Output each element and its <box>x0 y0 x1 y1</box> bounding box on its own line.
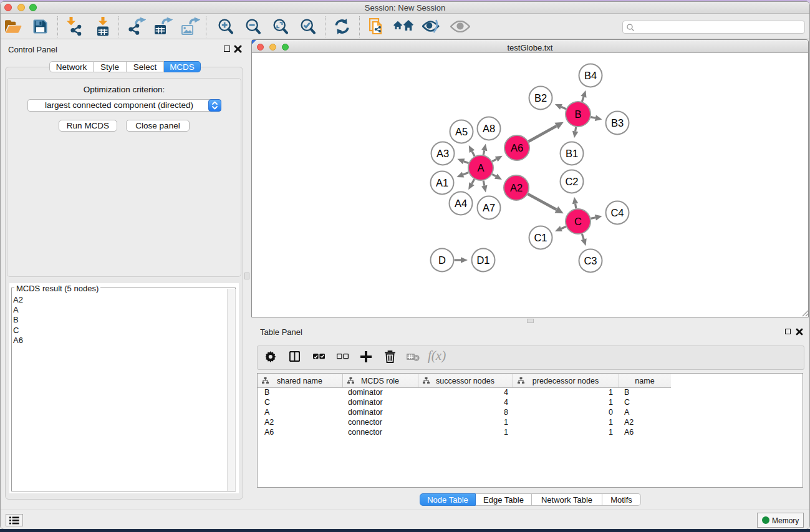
svg-text:A: A <box>477 162 484 173</box>
svg-text:A6: A6 <box>511 142 523 153</box>
svg-text:C4: C4 <box>610 207 624 218</box>
svg-text:D1: D1 <box>476 254 489 266</box>
svg-text:C: C <box>574 216 582 227</box>
svg-text:A1: A1 <box>436 177 448 188</box>
svg-text:C3: C3 <box>584 255 597 266</box>
svg-text:C2: C2 <box>565 176 578 187</box>
svg-text:B1: B1 <box>566 148 578 159</box>
svg-text:C1: C1 <box>534 232 547 243</box>
svg-text:A8: A8 <box>483 123 495 134</box>
svg-text:A7: A7 <box>483 202 495 213</box>
svg-text:A2: A2 <box>510 182 523 193</box>
svg-text:A3: A3 <box>436 148 449 159</box>
svg-text:A4: A4 <box>455 198 467 209</box>
svg-text:B3: B3 <box>611 117 624 128</box>
svg-text:D: D <box>438 254 446 266</box>
svg-text:B: B <box>574 109 581 120</box>
svg-text:B4: B4 <box>584 70 597 81</box>
svg-text:B2: B2 <box>534 92 547 104</box>
svg-text:A5: A5 <box>455 126 468 137</box>
